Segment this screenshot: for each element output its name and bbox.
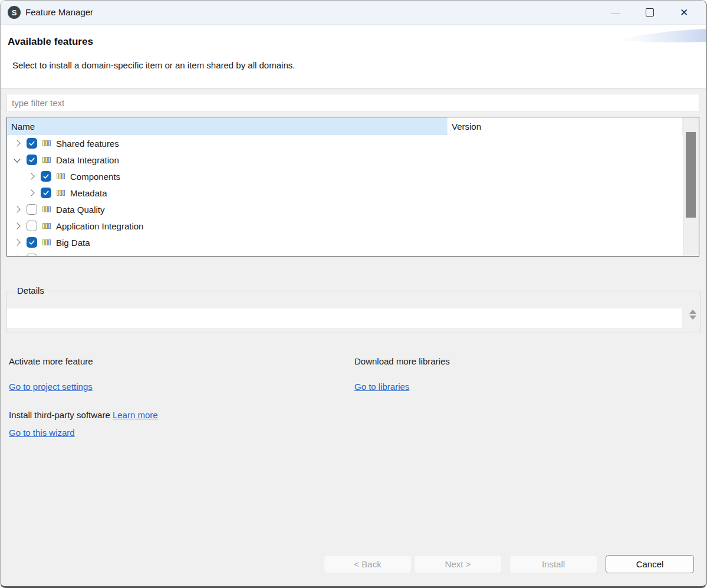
tree-row[interactable]: Application Integration	[7, 218, 683, 234]
minimize-icon: —	[611, 8, 620, 18]
feature-manager-window: S Feature Manager — ✕ Available features…	[0, 0, 707, 588]
chevron-right-icon[interactable]	[28, 173, 34, 179]
feature-icon	[42, 254, 51, 256]
cancel-button[interactable]: Cancel	[606, 555, 694, 573]
tree-scrollbar-thumb[interactable]	[686, 132, 696, 218]
checkmark-icon	[42, 173, 50, 180]
checkbox[interactable]	[27, 138, 37, 149]
page-description: Select to install a domain-specific item…	[12, 60, 295, 70]
wizard-link[interactable]: Go to this wizard	[9, 428, 75, 438]
app-logo-icon: S	[8, 6, 21, 19]
tree-item-label: Data Quality	[56, 205, 105, 215]
window-title: Feature Manager	[25, 7, 93, 17]
details-group-label: Details	[14, 285, 47, 295]
wizard-header: Available features Select to install a d…	[1, 25, 706, 88]
learn-more-link[interactable]: Learn more	[113, 410, 158, 420]
checkbox[interactable]	[27, 237, 37, 248]
checkbox[interactable]	[27, 254, 37, 256]
minimize-button[interactable]: —	[602, 1, 629, 24]
feature-icon	[42, 238, 51, 247]
checkmark-icon	[28, 156, 35, 163]
tree-item-label: Metadata	[70, 188, 107, 198]
chevron-right-icon[interactable]	[14, 222, 20, 229]
maximize-icon	[646, 8, 654, 17]
close-button[interactable]: ✕	[670, 1, 698, 24]
tree-scrollbar-track[interactable]	[683, 117, 699, 256]
column-header-name[interactable]: Name	[7, 117, 448, 135]
scroll-down-icon[interactable]	[689, 316, 696, 320]
feature-icon	[56, 172, 65, 181]
activate-feature-heading: Activate more feature	[9, 356, 93, 366]
back-button[interactable]: < Back	[324, 555, 412, 573]
column-header-version[interactable]: Version	[448, 117, 683, 135]
checkbox[interactable]	[27, 155, 37, 165]
checkbox[interactable]	[41, 171, 51, 182]
chevron-right-icon[interactable]	[14, 140, 20, 146]
tree-row[interactable]: Components	[7, 168, 683, 185]
maximize-button[interactable]	[636, 1, 663, 24]
next-button[interactable]: Next >	[414, 555, 502, 573]
feature-tree-rows: Shared features Data Integration Compone…	[7, 135, 683, 256]
chevron-right-icon[interactable]	[14, 206, 20, 212]
scroll-up-icon[interactable]	[689, 310, 696, 314]
details-group: Details	[6, 291, 701, 333]
feature-icon	[42, 139, 51, 148]
tree-item-label: Data Mapper	[56, 254, 107, 257]
tree-item-label: Data Integration	[56, 155, 119, 165]
tree-item-label: Shared features	[56, 139, 119, 149]
tree-item-label: Big Data	[56, 238, 90, 248]
feature-icon	[42, 221, 51, 231]
tree-header: Name Version	[7, 117, 699, 135]
checkbox[interactable]	[27, 221, 37, 231]
tree-row[interactable]: Big Data	[7, 234, 683, 251]
libraries-link[interactable]: Go to libraries	[354, 382, 409, 392]
titlebar: S Feature Manager — ✕	[1, 1, 706, 25]
feature-tree: Name Version Shared features Data Integr…	[6, 117, 699, 257]
tree-row[interactable]: Metadata	[7, 185, 683, 201]
project-settings-link[interactable]: Go to project settings	[9, 382, 93, 392]
chevron-right-icon[interactable]	[28, 189, 34, 196]
tree-row[interactable]: Data Mapper	[7, 251, 683, 256]
install-button[interactable]: Install	[509, 555, 597, 573]
filter-input[interactable]	[6, 94, 699, 112]
tree-row[interactable]: Data Quality	[7, 201, 683, 218]
tree-item-label: Application Integration	[56, 221, 143, 231]
chevron-down-icon[interactable]	[14, 156, 20, 162]
third-party-text: Install third-party software	[9, 410, 113, 420]
checkbox[interactable]	[27, 204, 37, 215]
feature-icon	[42, 155, 51, 165]
tree-row[interactable]: Data Integration	[7, 152, 683, 168]
header-swoosh-decoration	[617, 28, 706, 43]
checkmark-icon	[42, 189, 50, 196]
checkmark-icon	[28, 140, 35, 147]
chevron-right-icon[interactable]	[14, 255, 20, 256]
details-scrollbar[interactable]	[689, 310, 696, 320]
tree-row[interactable]: Shared features	[7, 135, 683, 152]
feature-icon	[42, 205, 51, 214]
download-libraries-heading: Download more libraries	[354, 356, 450, 366]
page-title: Available features	[8, 36, 93, 48]
checkmark-icon	[28, 239, 35, 246]
details-text[interactable]	[7, 308, 682, 328]
checkbox[interactable]	[41, 188, 51, 198]
feature-icon	[56, 188, 65, 198]
tree-item-label: Components	[70, 172, 120, 182]
close-icon: ✕	[680, 6, 688, 19]
chevron-right-icon[interactable]	[14, 239, 20, 245]
third-party-line: Install third-party software Learn more	[9, 410, 158, 420]
